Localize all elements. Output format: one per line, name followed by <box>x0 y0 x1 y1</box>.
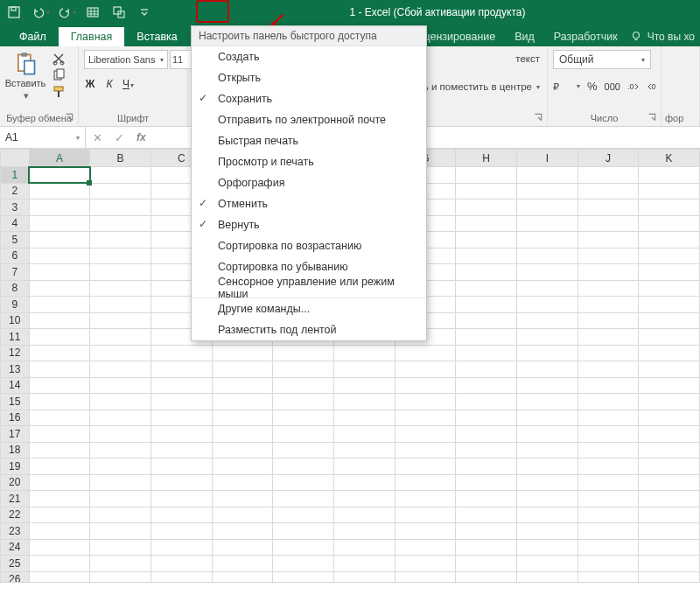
paste-button[interactable]: Вставить ▾ <box>5 50 46 102</box>
cell[interactable] <box>150 394 212 410</box>
cell[interactable] <box>29 442 90 458</box>
cell[interactable] <box>578 426 639 443</box>
cell[interactable] <box>90 377 151 394</box>
menu-item[interactable]: Открыть <box>192 67 426 88</box>
column-header[interactable]: A <box>29 150 90 167</box>
cell[interactable] <box>639 507 700 523</box>
number-format-selector[interactable]: Общий▾ <box>553 50 651 69</box>
cell[interactable] <box>90 442 151 458</box>
dialog-launcher-icon[interactable] <box>64 112 74 122</box>
cell[interactable] <box>578 523 639 540</box>
cell[interactable] <box>273 377 334 394</box>
cell[interactable] <box>333 377 395 394</box>
cell[interactable] <box>29 232 90 248</box>
cell[interactable] <box>90 329 151 346</box>
cell[interactable] <box>456 297 517 313</box>
cell[interactable] <box>395 539 456 556</box>
row-header[interactable]: 25 <box>1 556 30 572</box>
cell[interactable] <box>639 458 700 475</box>
cell[interactable] <box>456 491 517 508</box>
customize-qat-button[interactable] <box>135 3 154 22</box>
cell[interactable] <box>90 507 151 523</box>
cell[interactable] <box>29 523 90 540</box>
menu-item[interactable]: ✓Отменить <box>192 193 426 214</box>
increase-decimal-icon[interactable]: .0 <box>627 80 640 93</box>
cell[interactable] <box>212 361 273 378</box>
cell[interactable] <box>273 394 334 410</box>
cell[interactable] <box>395 458 456 475</box>
cancel-icon[interactable]: ✕ <box>93 131 102 144</box>
menu-item[interactable]: ✓Сохранить <box>192 88 426 109</box>
cell[interactable] <box>395 442 456 458</box>
row-header[interactable]: 19 <box>1 458 30 475</box>
cell[interactable] <box>578 312 639 329</box>
cell[interactable] <box>29 394 90 410</box>
cell[interactable] <box>517 200 578 216</box>
cell[interactable] <box>639 215 700 232</box>
table-icon[interactable] <box>82 3 103 22</box>
menu-item[interactable]: Разместить под лентой <box>192 319 426 340</box>
cell[interactable] <box>29 410 90 426</box>
cell[interactable] <box>578 539 639 556</box>
undo-icon[interactable]: ▾ <box>30 3 51 22</box>
cell[interactable] <box>456 442 517 458</box>
cell[interactable] <box>212 556 273 572</box>
column-header[interactable]: K <box>639 150 700 167</box>
cell[interactable] <box>395 361 456 378</box>
tab-file[interactable]: Файл <box>7 27 59 46</box>
cell[interactable] <box>90 523 151 540</box>
tab-view[interactable]: Вид <box>508 27 542 46</box>
comma-button[interactable]: 000 <box>605 81 620 92</box>
cell[interactable] <box>578 232 639 248</box>
cell[interactable] <box>150 345 212 361</box>
cell[interactable] <box>90 215 151 232</box>
cell[interactable] <box>29 458 90 475</box>
cell[interactable] <box>212 345 273 361</box>
decrease-decimal-icon[interactable]: .0 <box>647 80 659 93</box>
row-header[interactable]: 5 <box>1 232 30 248</box>
cell[interactable] <box>333 539 395 556</box>
row-header[interactable]: 20 <box>1 474 30 491</box>
cell[interactable] <box>639 556 700 572</box>
cell[interactable] <box>578 556 639 572</box>
cell[interactable] <box>333 345 395 361</box>
row-header[interactable]: 13 <box>1 361 30 378</box>
cell[interactable] <box>333 394 395 410</box>
row-header[interactable]: 11 <box>1 329 30 346</box>
cell[interactable] <box>456 167 517 184</box>
cell[interactable] <box>456 410 517 426</box>
row-header[interactable]: 10 <box>1 312 30 329</box>
cell[interactable] <box>456 232 517 248</box>
cell[interactable] <box>456 215 517 232</box>
cell[interactable] <box>517 183 578 200</box>
cell[interactable] <box>456 329 517 346</box>
menu-item[interactable]: Просмотр и печать <box>192 151 426 172</box>
cell[interactable] <box>517 329 578 346</box>
cell[interactable] <box>578 410 639 426</box>
cell[interactable] <box>517 426 578 443</box>
row-header[interactable]: 6 <box>1 248 30 264</box>
cell[interactable] <box>517 215 578 232</box>
cell[interactable] <box>395 507 456 523</box>
cell[interactable] <box>273 539 334 556</box>
cell[interactable] <box>90 232 151 248</box>
cell[interactable] <box>578 394 639 410</box>
redo-icon[interactable]: ▾ <box>56 3 77 22</box>
cell[interactable] <box>333 458 395 475</box>
column-header[interactable]: B <box>90 150 151 167</box>
cell[interactable] <box>212 491 273 508</box>
cell[interactable] <box>90 345 151 361</box>
cell[interactable] <box>456 361 517 378</box>
cell[interactable] <box>29 556 90 572</box>
column-header[interactable]: I <box>517 150 578 167</box>
cell[interactable] <box>29 167 90 184</box>
cell[interactable] <box>517 410 578 426</box>
cell[interactable] <box>90 556 151 572</box>
cell[interactable] <box>150 491 212 508</box>
row-header[interactable]: 3 <box>1 200 30 216</box>
cell[interactable] <box>517 523 578 540</box>
cell[interactable] <box>150 474 212 491</box>
cell[interactable] <box>90 426 151 443</box>
cell[interactable] <box>273 426 334 443</box>
dialog-launcher-icon[interactable] <box>533 112 543 122</box>
